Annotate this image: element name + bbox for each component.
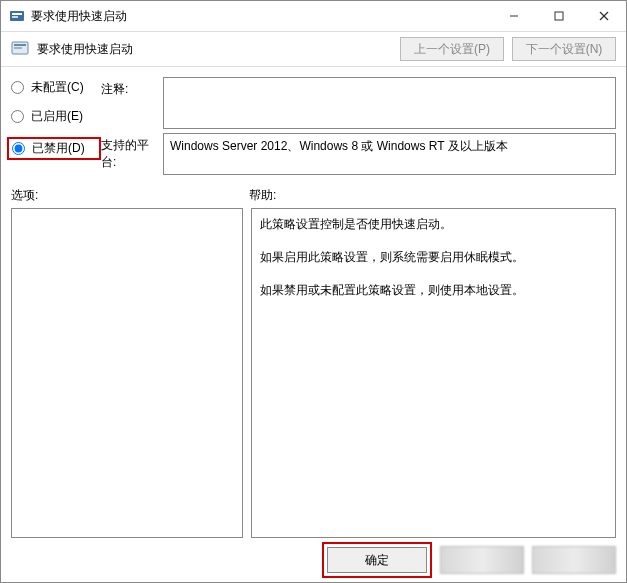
radio-disabled[interactable]: 已禁用(D) [12, 140, 96, 157]
radio-not-configured-label: 未配置(C) [31, 79, 84, 96]
app-icon [9, 8, 25, 24]
next-setting-button[interactable]: 下一个设置(N) [512, 37, 616, 61]
help-paragraph: 如果禁用或未配置此策略设置，则使用本地设置。 [260, 281, 607, 300]
divider [1, 66, 626, 67]
policy-title: 要求使用快速启动 [37, 41, 392, 58]
footer: 确定 [1, 538, 626, 582]
section-labels: 选项: 帮助: [1, 179, 626, 208]
radio-not-configured[interactable]: 未配置(C) [11, 79, 101, 96]
ok-button[interactable]: 确定 [327, 547, 427, 573]
help-label: 帮助: [249, 187, 616, 204]
minimize-button[interactable] [491, 1, 536, 31]
help-pane: 此策略设置控制是否使用快速启动。 如果启用此策略设置，则系统需要启用休眠模式。 … [251, 208, 616, 538]
obscured-button[interactable] [440, 546, 524, 574]
supported-row: 支持的平台: Windows Server 2012、Windows 8 或 W… [101, 133, 616, 175]
svg-rect-4 [555, 12, 563, 20]
subheader: 要求使用快速启动 上一个设置(P) 下一个设置(N) [1, 32, 626, 66]
fields-column: 注释: 支持的平台: Windows Server 2012、Windows 8… [101, 77, 616, 179]
comment-row: 注释: [101, 77, 616, 129]
svg-rect-9 [14, 47, 22, 49]
svg-rect-8 [14, 44, 26, 46]
window-title: 要求使用快速启动 [31, 8, 491, 25]
help-paragraph: 此策略设置控制是否使用快速启动。 [260, 215, 607, 234]
maximize-button[interactable] [536, 1, 581, 31]
radio-enabled-input[interactable] [11, 110, 24, 123]
radio-disabled-input[interactable] [12, 142, 25, 155]
titlebar: 要求使用快速启动 [1, 1, 626, 32]
radio-enabled-label: 已启用(E) [31, 108, 83, 125]
obscured-button[interactable] [532, 546, 616, 574]
dialog-window: 要求使用快速启动 要求使用快速启动 上一个 [0, 0, 627, 583]
supported-platforms-box: Windows Server 2012、Windows 8 或 Windows … [163, 133, 616, 175]
state-radio-group: 未配置(C) 已启用(E) 已禁用(D) [11, 77, 101, 179]
comment-input[interactable] [163, 77, 616, 129]
window-controls [491, 1, 626, 31]
svg-rect-2 [12, 16, 18, 18]
options-pane [11, 208, 243, 538]
radio-enabled[interactable]: 已启用(E) [11, 108, 101, 125]
supported-platforms-text: Windows Server 2012、Windows 8 或 Windows … [170, 139, 508, 153]
help-paragraph: 如果启用此策略设置，则系统需要启用休眠模式。 [260, 248, 607, 267]
comment-label: 注释: [101, 77, 163, 98]
highlight-ok: 确定 [322, 542, 432, 578]
close-button[interactable] [581, 1, 626, 31]
options-label: 选项: [11, 187, 249, 204]
panes: 此策略设置控制是否使用快速启动。 如果启用此策略设置，则系统需要启用休眠模式。 … [1, 208, 626, 538]
highlight-disabled: 已禁用(D) [7, 137, 101, 160]
svg-rect-1 [12, 13, 22, 15]
previous-setting-button[interactable]: 上一个设置(P) [400, 37, 504, 61]
configuration-area: 未配置(C) 已启用(E) 已禁用(D) 注释: 支持的平台: Wi [1, 71, 626, 179]
supported-label: 支持的平台: [101, 133, 163, 171]
radio-disabled-label: 已禁用(D) [32, 140, 85, 157]
policy-icon [11, 40, 29, 58]
radio-not-configured-input[interactable] [11, 81, 24, 94]
